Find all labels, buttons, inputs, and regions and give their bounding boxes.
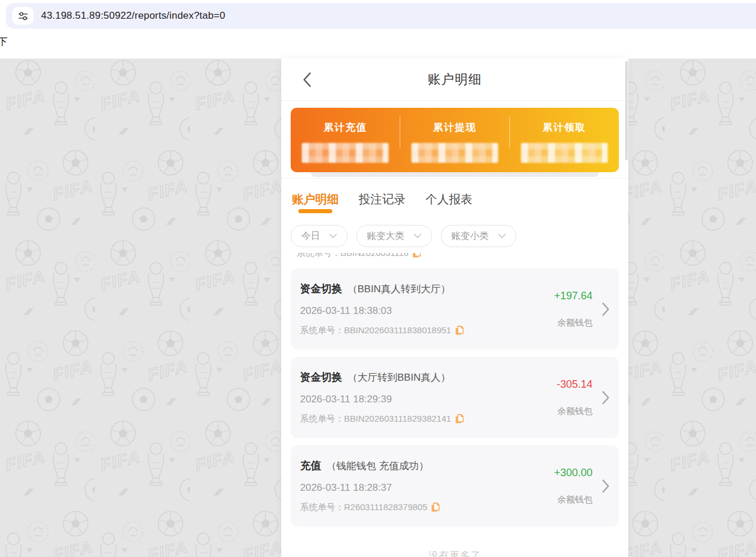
- chevron-right-icon: [602, 302, 609, 316]
- tab-personal-report[interactable]: 个人报表: [424, 192, 474, 217]
- filter-label: 账变小类: [451, 230, 489, 242]
- filter-major-type-dropdown[interactable]: 账变大类: [356, 225, 432, 247]
- row-description: （钱能钱包 充值成功）: [326, 460, 429, 471]
- wallet-label: 余额钱包: [557, 494, 592, 505]
- row-type-label: 资金切换: [300, 371, 342, 383]
- row-datetime: 2026-03-11 18:28:37: [300, 482, 554, 494]
- row-datetime: 2026-03-11 18:38:03: [300, 305, 554, 317]
- url-text[interactable]: 43.198.51.89:50922/reports/index?tab=0: [41, 10, 225, 22]
- row-type: 资金切换（大厅转到BBIN真人）: [300, 371, 557, 384]
- censored-value: [411, 143, 498, 163]
- summary-divider: [509, 117, 510, 148]
- chevron-down-icon: [498, 234, 506, 238]
- summary-divider: [400, 117, 400, 148]
- wallet-label: 余额钱包: [557, 406, 592, 417]
- summary-card: 累计充值 累计提现 累计领取: [291, 108, 619, 172]
- order-number-clipped: 系统单号：BBIN2026031118: [297, 253, 408, 258]
- copy-icon[interactable]: [413, 253, 421, 258]
- panel-scrollbar[interactable]: [625, 59, 628, 557]
- chevron-down-icon: [414, 234, 421, 238]
- summary-col-claim: 累计领取: [509, 108, 619, 172]
- order-number: 系统单号：BBIN202603111829382141: [300, 414, 451, 424]
- list-end-text: 没有更多了: [281, 534, 628, 557]
- row-info: 资金切换（大厅转到BBIN真人） 2026-03-11 18:29:39 系统单…: [300, 371, 557, 424]
- censored-value: [521, 143, 608, 163]
- chevron-down-icon: [329, 234, 337, 238]
- chevron-right-icon: [602, 479, 609, 493]
- order-number: 系统单号：R2603111828379805: [300, 502, 427, 512]
- filter-label: 账变大类: [367, 230, 404, 242]
- summary-label: 累计领取: [543, 121, 586, 134]
- scrollbar-thumb[interactable]: [625, 61, 628, 160]
- tab-bar: 账户明细 投注记录 个人报表: [281, 179, 628, 217]
- row-info: 充值（钱能钱包 充值成功） 2026-03-11 18:28:37 系统单号：R…: [300, 459, 554, 512]
- amount: -305.14: [557, 378, 592, 391]
- row-type-label: 资金切换: [300, 283, 342, 295]
- summary-section: 累计充值 累计提现 累计领取: [281, 101, 628, 177]
- page-title: 账户明细: [428, 71, 482, 88]
- chevron-left-icon: [302, 72, 312, 87]
- transaction-list: 系统单号：BBIN2026031118 资金切换（BBIN真人转到大厅） 202…: [281, 253, 628, 557]
- row-order-line: 系统单号：BBIN202603111838018951: [300, 325, 554, 336]
- tab-bet-records[interactable]: 投注记录: [357, 192, 407, 217]
- tune-icon: [18, 12, 28, 20]
- row-type: 充值（钱能钱包 充值成功）: [300, 459, 554, 473]
- copy-icon[interactable]: [455, 326, 464, 335]
- partially-scrolled-row: 系统单号：BBIN2026031118: [291, 253, 619, 258]
- order-number: 系统单号：BBIN202603111838018951: [300, 325, 451, 336]
- copy-icon[interactable]: [431, 503, 440, 512]
- amount: +300.00: [554, 467, 592, 479]
- row-datetime: 2026-03-11 18:29:39: [300, 394, 557, 405]
- tab-label: 投注记录: [359, 193, 406, 206]
- active-tab-underline: [298, 209, 332, 213]
- row-order-line: 系统单号：BBIN202603111829382141: [300, 414, 557, 424]
- url-bar[interactable]: 43.198.51.89:50922/reports/index?tab=0: [6, 3, 756, 29]
- censored-value: [302, 143, 389, 163]
- tab-label: 个人报表: [425, 193, 472, 206]
- row-amount-block: -305.14 余额钱包: [557, 371, 592, 424]
- row-description: （大厅转到BBIN真人）: [348, 372, 451, 383]
- filter-minor-type-dropdown[interactable]: 账变小类: [441, 225, 516, 247]
- filter-label: 今日: [301, 230, 320, 242]
- row-type: 资金切换（BBIN真人转到大厅）: [300, 282, 554, 296]
- app-header: 账户明细: [281, 59, 628, 101]
- transaction-row[interactable]: 资金切换（大厅转到BBIN真人） 2026-03-11 18:29:39 系统单…: [291, 357, 619, 438]
- tab-label: 账户明细: [292, 193, 339, 206]
- copy-icon[interactable]: [455, 414, 464, 423]
- row-amount-block: +197.64 余额钱包: [554, 282, 592, 336]
- clipped-page-text: 下: [0, 35, 8, 49]
- row-type-label: 充值: [300, 460, 321, 471]
- row-amount-block: +300.00 余额钱包: [554, 459, 592, 512]
- card-stack-shadow: [311, 172, 599, 177]
- filter-date-dropdown[interactable]: 今日: [291, 225, 348, 247]
- row-order-line: 系统单号：R2603111828379805: [300, 502, 554, 512]
- filter-bar: 今日 账变大类 账变小类: [281, 217, 628, 251]
- app-panel: 账户明细 累计充值 累计提现 累计领取 账户明细 投注: [281, 59, 628, 557]
- site-settings-button[interactable]: [12, 7, 33, 25]
- tab-account-detail[interactable]: 账户明细: [291, 192, 340, 217]
- row-info: 资金切换（BBIN真人转到大厅） 2026-03-11 18:38:03 系统单…: [300, 282, 554, 336]
- summary-label: 累计充值: [323, 121, 367, 134]
- transaction-row[interactable]: 充值（钱能钱包 充值成功） 2026-03-11 18:28:37 系统单号：R…: [291, 445, 619, 527]
- wallet-label: 余额钱包: [557, 317, 592, 329]
- row-description: （BBIN真人转到大厅）: [348, 283, 451, 295]
- summary-col-withdraw: 累计提现: [400, 108, 510, 172]
- chevron-right-icon: [602, 391, 609, 405]
- summary-col-recharge: 累计充值: [291, 108, 400, 172]
- transaction-row[interactable]: 资金切换（BBIN真人转到大厅） 2026-03-11 18:38:03 系统单…: [291, 268, 619, 350]
- browser-chrome: 43.198.51.89:50922/reports/index?tab=0: [0, 0, 756, 33]
- back-button[interactable]: [297, 69, 318, 90]
- summary-label: 累计提现: [433, 121, 476, 134]
- amount: +197.64: [554, 290, 592, 302]
